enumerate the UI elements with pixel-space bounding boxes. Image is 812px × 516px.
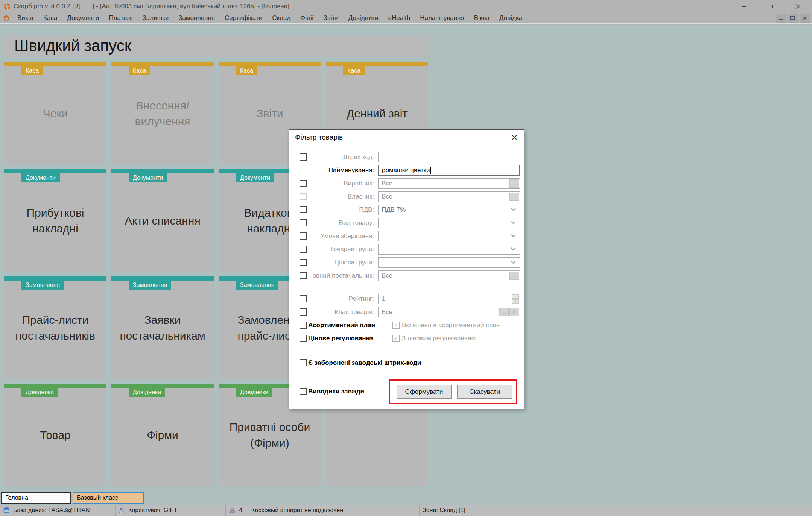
menu-item-1[interactable]: Каса xyxy=(38,14,62,22)
field-label: Товарна група: xyxy=(307,246,378,253)
status-zone: Зона: Склад [1] xyxy=(420,505,812,516)
restore-icon[interactable] xyxy=(766,2,776,11)
close-icon[interactable] xyxy=(793,2,803,11)
dialog-row-gap xyxy=(289,346,524,358)
mdi-child-icon[interactable] xyxy=(3,15,9,21)
filter-row-checkbox[interactable] xyxy=(300,272,307,279)
lookup-ellipsis-button[interactable]: ... xyxy=(499,308,509,316)
dialog-row-11: Рейтинг:1▲▼ xyxy=(289,294,524,304)
field-input[interactable]: ромашки цветки xyxy=(378,165,520,176)
tile-13[interactable]: ДовідникиФірми xyxy=(111,384,214,486)
lookup-ellipsis-button[interactable]: ... xyxy=(509,272,519,280)
field-input[interactable]: ПДВ 7% xyxy=(378,205,520,215)
field-input[interactable]: Все...X xyxy=(378,307,520,317)
tile-12[interactable]: ДовідникиТовар xyxy=(4,384,106,486)
tile-1[interactable]: КасаВнесення/вилучення xyxy=(111,62,214,165)
menu-item-4[interactable]: Залишки xyxy=(138,14,174,22)
pair-left: Асортиментний план xyxy=(300,322,392,329)
dialog-row-12: Клас товарів:Все...X xyxy=(289,307,524,317)
field-input[interactable]: Все... xyxy=(378,178,520,189)
always-show-checkbox[interactable] xyxy=(300,388,307,395)
field-input[interactable] xyxy=(378,244,520,255)
tile-label: Чеки xyxy=(4,62,106,165)
menu-item-3[interactable]: Платежі xyxy=(104,14,137,22)
filter-row-checkbox[interactable] xyxy=(300,232,307,240)
pair-right: ✓З ціновим регулюванням xyxy=(392,335,476,342)
filter-option-checkbox[interactable] xyxy=(300,359,307,366)
field-input[interactable] xyxy=(378,152,520,162)
lookup-ellipsis-button[interactable]: ... xyxy=(509,179,519,188)
chevron-down-icon[interactable] xyxy=(511,259,516,264)
dialog-row-2: Виробник:Все... xyxy=(289,178,524,188)
filter-row-checkbox[interactable] xyxy=(300,308,307,316)
filter-row-checkbox[interactable] xyxy=(300,206,307,213)
field-input[interactable]: Все... xyxy=(378,270,520,281)
minimize-icon[interactable] xyxy=(739,2,749,11)
menu-item-6[interactable]: Сертифікати xyxy=(220,14,267,22)
tile-9[interactable]: ЗамовленняЗаявки постачальникам xyxy=(111,276,214,379)
tab-holovna[interactable]: Головна xyxy=(1,492,71,504)
tile-4[interactable]: ДокументиПрибуткові накладні xyxy=(4,169,106,272)
status-bar: База даних: TASA3@TITAN Користувач: GIFT… xyxy=(0,505,812,516)
filter-row-checkbox[interactable] xyxy=(300,219,307,226)
mdi-restore-icon[interactable] xyxy=(788,14,798,23)
window-controls xyxy=(739,2,812,11)
user-icon xyxy=(119,507,125,514)
dialog-title: Фільтр товарів xyxy=(295,133,343,141)
field-value: Все xyxy=(382,193,392,200)
filter-row-checkbox[interactable] xyxy=(300,259,307,266)
filter-row-checkbox[interactable] xyxy=(300,153,307,161)
menu-bar-items: ВихідКасаДокументиПлатежіЗалишкиЗамовлен… xyxy=(12,14,527,22)
dialog-row-13: Асортиментний план✓Включено в асортимент… xyxy=(289,320,524,330)
field-input[interactable]: Все... xyxy=(378,191,520,202)
mdi-minimize-icon[interactable] xyxy=(776,14,786,23)
field-value: Все xyxy=(382,308,392,316)
chevron-down-icon[interactable] xyxy=(511,232,516,237)
cancel-button[interactable]: Скасувати xyxy=(457,385,512,399)
tile-0[interactable]: КасаЧеки xyxy=(4,62,106,165)
tab-bazovyi-klass[interactable]: Базовый класс xyxy=(73,492,144,504)
generate-button[interactable]: Сформувати xyxy=(397,385,452,399)
filter-row-checkbox[interactable] xyxy=(300,246,307,253)
menu-item-5[interactable]: Замовлення xyxy=(173,14,220,22)
dialog-close-icon[interactable]: ✕ xyxy=(511,134,518,141)
dialog-buttons: Сформувати Скасувати xyxy=(397,385,512,399)
dialog-row-5: Вид товару: xyxy=(289,218,524,228)
field-input[interactable] xyxy=(378,231,520,241)
menu-item-12[interactable]: Налаштування xyxy=(415,14,469,22)
dialog-title-bar: Фільтр товарів ✕ xyxy=(289,130,524,145)
app-logo-icon xyxy=(4,3,10,10)
dialog-row-6: Умови зберігання: xyxy=(289,231,524,241)
field-input[interactable] xyxy=(378,257,520,268)
tile-8[interactable]: ЗамовленняПрайс-листи постачальників xyxy=(4,276,106,379)
mdi-close-icon[interactable]: ✕ xyxy=(800,14,810,23)
chevron-down-icon[interactable] xyxy=(511,206,516,211)
menu-item-10[interactable]: Довідники xyxy=(344,14,383,22)
menu-item-9[interactable]: Звіти xyxy=(318,14,343,22)
filter-dialog: Фільтр товарів ✕ Штрих код:Найменування:… xyxy=(289,129,524,409)
filter-option-checkbox[interactable] xyxy=(300,322,307,329)
spinner: ▲▼ xyxy=(512,294,519,304)
menu-item-14[interactable]: Довідка xyxy=(494,14,527,22)
menu-item-13[interactable]: Вікна xyxy=(469,14,494,22)
chevron-down-icon[interactable] xyxy=(511,219,516,224)
filter-row-checkbox[interactable] xyxy=(300,295,307,302)
filter-option-checkbox[interactable] xyxy=(300,335,307,342)
menu-item-2[interactable]: Документи xyxy=(62,14,104,22)
spin-down-icon[interactable]: ▼ xyxy=(512,299,519,304)
chevron-down-icon[interactable] xyxy=(511,246,516,250)
tile-5[interactable]: ДокументиАкти списання xyxy=(111,169,214,272)
menu-item-11[interactable]: eHealth xyxy=(383,14,415,22)
lookup-ellipsis-button[interactable]: ... xyxy=(509,193,519,201)
spin-up-icon[interactable]: ▲ xyxy=(512,294,519,299)
status-cash-count: 4 xyxy=(226,505,248,516)
menu-item-8[interactable]: Філії xyxy=(295,14,318,22)
menu-item-7[interactable]: Склад xyxy=(267,14,295,22)
filter-row-checkbox[interactable] xyxy=(300,180,307,187)
field-input[interactable] xyxy=(378,218,520,228)
menu-item-0[interactable]: Вихід xyxy=(12,14,38,22)
dialog-footer: Виводити завжди Сформувати Скасувати xyxy=(289,376,524,406)
pair-right: ✓Включено в асортиментний план xyxy=(392,322,500,329)
dialog-row-8: Цінова група: xyxy=(289,257,524,267)
field-input[interactable]: 1▲▼ xyxy=(378,294,520,304)
